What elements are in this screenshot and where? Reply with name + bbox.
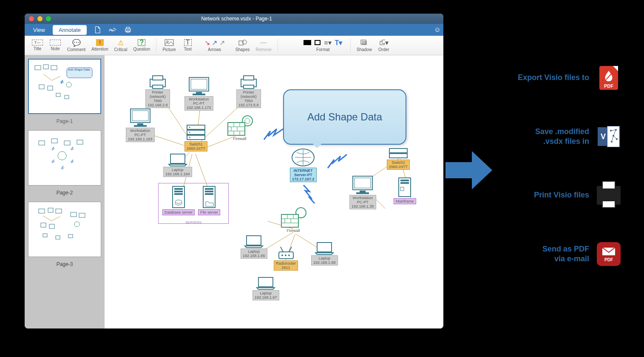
tab-view[interactable]: View [27,25,51,35]
node-radiorouter[interactable]: Radiorouter 2811 [274,245,298,271]
printer-icon [597,183,621,207]
svg-rect-11 [35,66,41,70]
svg-rect-23 [51,139,57,143]
node-laptop-2[interactable]: Laptop 192.168.1.66 [241,234,267,259]
close-icon[interactable] [29,16,34,21]
svg-rect-19 [48,86,53,90]
svg-rect-35 [41,223,46,227]
node-laptop-3[interactable]: Laptop 192.168.1.68 [311,241,338,266]
svg-rect-22 [39,141,45,145]
node-printer-2[interactable]: Printer (network) 7954 192.172.5.8 [236,74,261,108]
svg-rect-94 [205,191,213,192]
mail-pdf-icon: PDF [597,242,621,266]
node-workstation-1[interactable]: Workstation PC-PT 192.168.1.172 [184,76,213,111]
svg-point-17 [66,82,71,87]
svg-rect-3 [165,40,173,46]
svg-rect-115 [247,236,261,245]
svg-rect-28 [48,208,53,212]
mini-callout: Add Shape Data [68,68,90,71]
order-button[interactable]: ▾Order [375,38,392,53]
viewer-window: Network scheme.vsdx - Page-1 View Annota… [25,14,443,328]
picture-button[interactable]: Picture [160,38,178,53]
svg-line-16 [52,76,60,80]
svg-rect-59 [191,79,207,89]
node-fileserver[interactable]: File server [198,185,220,215]
label-page-3: Page-3 [28,259,101,273]
thumb-page-3[interactable] [28,202,101,257]
toolbar: T—Title Note 💬Comment !Attention ⚠Critic… [25,36,443,55]
svg-rect-63 [244,76,254,80]
remove-button[interactable]: —Remove [253,38,274,53]
shadow-button[interactable]: Shadow [354,38,374,53]
visio-file-icon: V [597,125,621,149]
callout-bubble[interactable]: Add Shape Data [283,89,406,145]
node-firewall-1[interactable]: Firewall [226,115,253,141]
svg-point-120 [285,254,287,256]
maximize-icon[interactable] [46,16,51,21]
node-workstation-3[interactable]: Workstation PC-PT 192.168.1.35 [349,174,376,209]
node-mainframe[interactable]: Mainframe [394,176,416,204]
svg-rect-106 [400,187,404,191]
pdf-icon[interactable] [93,25,102,34]
attention-button[interactable]: !Attention [89,38,111,52]
node-laptop-4[interactable]: Laptop 192.168.1.67 [252,276,279,300]
svg-rect-36 [49,224,54,228]
node-switch-1[interactable]: Switch1 2960-24TT [184,123,207,151]
svg-rect-29 [56,209,62,213]
format-button[interactable]: ≡▾T▾Format [299,38,347,53]
svg-rect-76 [228,123,245,135]
signature-icon[interactable] [108,25,117,34]
thumb-page-1[interactable]: Add Shape Data [28,59,101,114]
label-page-2: Page-2 [28,187,101,202]
svg-rect-39 [68,234,73,238]
tab-annotate[interactable]: Annotate [53,25,87,35]
node-workstation-2[interactable]: Workstation PC-PT 192.168.1.163 [126,107,155,142]
feedback-icon[interactable]: ☺ [434,26,441,34]
arrows-button[interactable]: ↘ ↗ ↗Arrows [197,38,232,53]
svg-rect-68 [134,125,147,127]
actions-list: Export Visio files to PDF Save .modified… [502,66,621,301]
svg-rect-10 [382,40,385,43]
node-laptop-1[interactable]: Laptop 192.168.1.164 [163,152,192,177]
node-dbserver[interactable]: Database server [162,185,195,215]
critical-button[interactable]: ⚠Critical [112,38,130,53]
svg-rect-67 [137,123,143,125]
svg-point-26 [58,151,66,160]
action-send: Send as PDF via e-mail PDF [502,242,621,266]
svg-line-117 [289,247,292,252]
svg-rect-57 [153,85,163,89]
svg-rect-61 [193,94,205,95]
main-area: Add Shape Data Page-1 Page-2 [25,55,443,328]
canvas[interactable]: Printer (network) 7960 192.168.2.8 Works… [105,55,443,328]
svg-rect-123 [258,277,273,287]
note-button[interactable]: Note [47,39,64,52]
svg-rect-85 [170,154,185,163]
svg-line-116 [281,247,283,252]
svg-rect-31 [79,213,85,217]
thumb-page-2[interactable] [28,130,101,186]
svg-rect-97 [389,149,407,153]
node-switch-2[interactable]: Switch2 2960-24TT [387,147,410,170]
svg-line-33 [43,216,51,221]
minimize-icon[interactable] [37,16,43,21]
svg-point-119 [281,254,283,256]
print-icon[interactable] [123,25,133,34]
node-firewall-2[interactable]: Firewall [280,207,307,233]
svg-line-34 [51,217,60,221]
text-button[interactable]: TText [179,38,196,52]
svg-rect-98 [389,154,407,158]
label-page-1: Page-1 [28,116,101,130]
svg-rect-12 [43,65,48,69]
callout-text: Add Shape Data [307,111,382,123]
shapes-button[interactable]: Shapes [233,38,252,53]
node-printer-1[interactable]: Printer (network) 7960 192.168.2.8 [145,74,170,108]
svg-rect-95 [205,193,213,195]
comment-button[interactable]: 💬Comment [65,38,88,53]
svg-rect-60 [196,92,202,94]
svg-rect-21 [65,95,69,99]
title-button[interactable]: T—Title [29,39,46,52]
question-button[interactable]: ?Question [131,38,153,52]
svg-rect-56 [153,76,163,80]
svg-rect-27 [39,209,45,213]
svg-rect-13 [51,66,57,70]
